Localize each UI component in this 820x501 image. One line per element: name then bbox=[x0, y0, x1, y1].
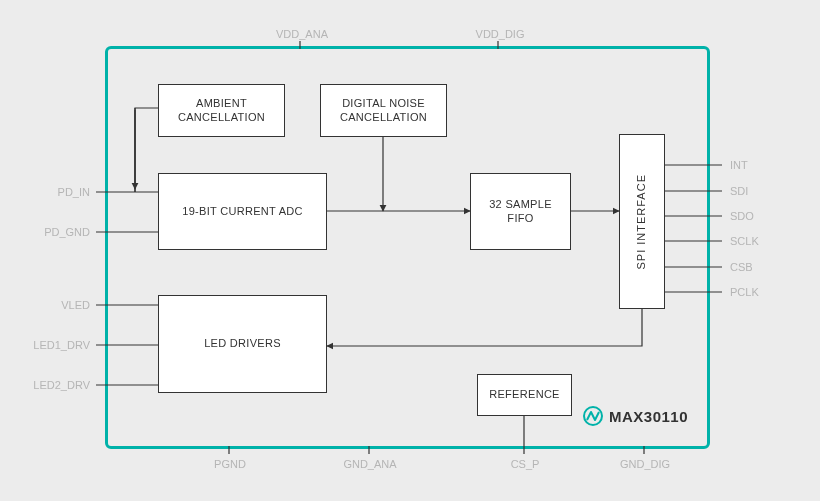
block-adc: 19-BIT CURRENT ADC bbox=[158, 173, 327, 250]
block-reference: REFERENCE bbox=[477, 374, 572, 416]
block-label: 19-BIT CURRENT ADC bbox=[182, 205, 303, 219]
pin-led1-drv: LED1_DRV bbox=[30, 339, 90, 351]
pin-pd-gnd: PD_GND bbox=[30, 226, 90, 238]
block-label: SPI INTERFACE bbox=[635, 174, 649, 270]
pin-sdi: SDI bbox=[730, 185, 748, 197]
pin-gnd-dig: GND_DIG bbox=[605, 458, 685, 470]
pin-led2-drv: LED2_DRV bbox=[30, 379, 90, 391]
pin-vled: VLED bbox=[30, 299, 90, 311]
block-label: AMBIENT CANCELLATION bbox=[163, 97, 280, 125]
pin-csb: CSB bbox=[730, 261, 753, 273]
block-label: DIGITAL NOISE CANCELLATION bbox=[325, 97, 442, 125]
brand-logo-icon bbox=[583, 406, 603, 426]
block-label: LED DRIVERS bbox=[204, 337, 281, 351]
part-number: MAX30110 bbox=[609, 408, 688, 425]
pin-vdd-dig: VDD_DIG bbox=[460, 28, 540, 40]
pin-sdo: SDO bbox=[730, 210, 754, 222]
pin-pclk: PCLK bbox=[730, 286, 759, 298]
block-spi-interface: SPI INTERFACE bbox=[619, 134, 665, 309]
block-ambient-cancellation: AMBIENT CANCELLATION bbox=[158, 84, 285, 137]
pin-pd-in: PD_IN bbox=[30, 186, 90, 198]
part-brand: MAX30110 bbox=[583, 406, 688, 426]
block-label: REFERENCE bbox=[489, 388, 560, 402]
pin-int: INT bbox=[730, 159, 748, 171]
pin-vdd-ana: VDD_ANA bbox=[262, 28, 342, 40]
block-digital-noise-cancellation: DIGITAL NOISE CANCELLATION bbox=[320, 84, 447, 137]
block-fifo: 32 SAMPLE FIFO bbox=[470, 173, 571, 250]
pin-pgnd: PGND bbox=[200, 458, 260, 470]
pin-sclk: SCLK bbox=[730, 235, 759, 247]
pin-gnd-ana: GND_ANA bbox=[330, 458, 410, 470]
block-led-drivers: LED DRIVERS bbox=[158, 295, 327, 393]
block-label: 32 SAMPLE FIFO bbox=[475, 198, 566, 226]
pin-cs-p: CS_P bbox=[500, 458, 550, 470]
